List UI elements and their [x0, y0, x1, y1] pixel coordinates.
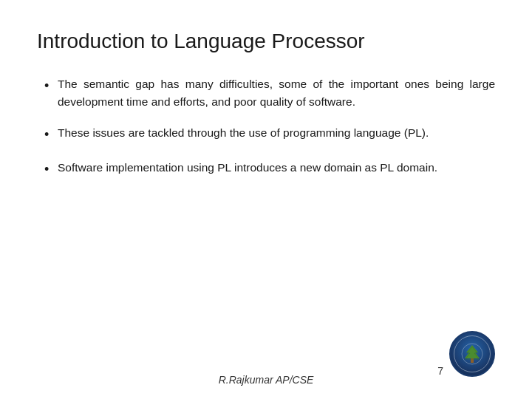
bullet-list: • The semantic gap has many difficulties… — [44, 75, 495, 180]
svg-marker-1 — [465, 345, 480, 358]
list-item: • These issues are tackled through the u… — [44, 124, 495, 146]
bullet-dot-2: • — [44, 125, 58, 146]
bullet-text-1: The semantic gap has many difficulties, … — [58, 75, 495, 111]
bullet-text-3: Software implementation using PL introdu… — [58, 159, 495, 177]
page-number: 7 — [437, 365, 443, 377]
logo-container — [449, 331, 495, 377]
bullet-dot-3: • — [44, 160, 58, 180]
list-item: • Software implementation using PL intro… — [44, 159, 495, 180]
bullet-text-2: These issues are tackled through the use… — [58, 124, 495, 142]
logo-circle — [449, 331, 495, 377]
list-item: • The semantic gap has many difficulties… — [44, 75, 495, 111]
content-area: • The semantic gap has many difficulties… — [37, 75, 495, 180]
bullet-dot-1: • — [44, 76, 58, 97]
footer-label: R.Rajkumar AP/CSE — [219, 374, 314, 386]
logo-inner — [454, 335, 491, 372]
logo-tree-icon — [460, 342, 484, 366]
slide-title: Introduction to Language Processor — [37, 30, 495, 53]
slide-container: Introduction to Language Processor • The… — [0, 0, 532, 399]
